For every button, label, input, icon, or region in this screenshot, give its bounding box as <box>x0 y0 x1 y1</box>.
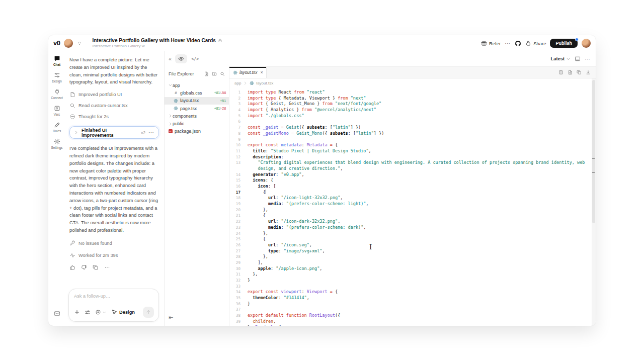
line-number: 23 <box>229 225 240 231</box>
rail-item-vars[interactable]: Vars <box>48 105 65 116</box>
tree-item-name: public <box>173 121 184 126</box>
css-file-icon: # <box>173 90 179 95</box>
browser-preview-icon[interactable] <box>575 56 581 62</box>
collapse-panel-button[interactable]: « <box>169 56 171 62</box>
assistant-message-body: I've completed the UI improvements with … <box>69 145 159 234</box>
copy-code-button[interactable] <box>577 70 582 75</box>
code-line: 36} <box>229 301 592 307</box>
scrollbar-handle[interactable] <box>592 80 595 223</box>
line-number: 9 <box>229 137 240 143</box>
line-number: 25 <box>229 236 240 242</box>
close-tab-button[interactable]: × <box>260 70 263 75</box>
model-icon <box>95 309 101 315</box>
editor-scrollbar[interactable] <box>592 78 596 326</box>
editor-caret <box>266 190 266 195</box>
workspace-switcher-icon[interactable] <box>77 41 82 46</box>
tree-folder-public[interactable]: public <box>165 120 229 127</box>
line-number: 37 <box>229 307 240 313</box>
header-more-button[interactable]: ⋯ <box>505 41 511 46</box>
task-label: Improved portfolio UI <box>78 92 122 97</box>
tree-file-package-json[interactable]: npackage.json <box>165 128 229 135</box>
breadcrumb-folder[interactable]: app <box>234 81 241 85</box>
line-number: 10 <box>229 142 240 148</box>
search-files-button[interactable] <box>220 71 225 76</box>
code-line: 20 }, <box>229 207 592 213</box>
finished-card-menu-button[interactable]: ⋯ <box>148 130 154 135</box>
preview-toggle-button[interactable] <box>175 54 187 63</box>
code-line: 6 <box>229 119 592 125</box>
line-number: 8 <box>229 131 240 137</box>
rail-item-label: Vars <box>54 113 60 116</box>
breadcrumb-file[interactable]: layout.tsx <box>256 81 273 85</box>
code-text: media: "(prefers-color-scheme: dark)", <box>248 225 366 231</box>
download-button[interactable] <box>586 70 591 75</box>
task-row[interactable]: Improved portfolio UI <box>69 89 159 100</box>
version-selector[interactable]: Latest <box>551 56 571 61</box>
publish-button[interactable]: Publish <box>550 39 578 48</box>
chat-panel: Now I have a complete picture. Let me cr… <box>65 51 164 326</box>
tree-file-page-tsx[interactable]: page.tsx+81/-28 <box>165 105 229 112</box>
send-button[interactable] <box>143 307 154 318</box>
attach-button[interactable] <box>74 309 80 315</box>
tree-folder-components[interactable]: components <box>165 112 229 120</box>
user-avatar[interactable] <box>582 39 591 48</box>
tree-file-layout-tsx[interactable]: layout.tsx+51 <box>165 97 229 105</box>
tree-folder-app[interactable]: app <box>165 81 229 89</box>
code-line: 37 <box>229 307 592 313</box>
design-mode-button[interactable]: Design <box>111 309 135 315</box>
line-number: 22 <box>229 219 240 225</box>
tree-item-name: layout.tsx <box>180 98 199 103</box>
split-view-button[interactable] <box>558 70 564 75</box>
tree-file-globals-css[interactable]: #globals.css+81/-58 <box>165 89 229 97</box>
code-line: 25 { <box>229 236 592 242</box>
thumbs-down-icon[interactable] <box>81 264 87 270</box>
react-icon <box>174 106 178 111</box>
share-button[interactable]: Share <box>525 40 546 46</box>
workspace-avatar[interactable] <box>64 39 73 48</box>
follow-up-composer[interactable]: Ask a follow-up… Design <box>68 289 159 322</box>
copy-icon[interactable] <box>93 264 99 270</box>
ellipsis-icon[interactable] <box>104 264 110 270</box>
code-text: title: "Studio Pixel | Digital Design St… <box>248 148 371 154</box>
code-text: }: Readonly<{ <box>248 325 281 326</box>
chevron-right-icon <box>168 114 173 118</box>
model-selector[interactable] <box>95 309 107 315</box>
file-explorer-title: File Explorer <box>169 71 194 76</box>
rail-item-chat[interactable]: Chat <box>48 55 65 66</box>
line-number: 21 <box>229 213 240 219</box>
chevron-right-icon <box>168 122 173 126</box>
search-icon <box>69 103 75 109</box>
code-line: 29 ], <box>229 260 592 266</box>
rail-item-settings[interactable]: Settings <box>48 138 65 149</box>
v0-logo[interactable]: v0 <box>53 39 60 47</box>
new-file-button[interactable] <box>204 71 209 76</box>
code-text: }, <box>248 254 268 260</box>
preview-panel: « </> Latest ⋯ File Explorer <box>164 51 596 326</box>
preview-more-button[interactable]: ⋯ <box>585 56 591 62</box>
new-folder-button[interactable] <box>212 71 217 76</box>
tab-layout-tsx[interactable]: layout.tsx × <box>229 67 267 78</box>
file-explorer: File Explorer app#globals.css+81/-58layo… <box>165 66 229 326</box>
code-line: 4import { Analytics } from "@vercel/anal… <box>229 107 592 113</box>
composer-settings-button[interactable] <box>85 309 91 315</box>
file-lock-button[interactable] <box>568 70 573 75</box>
collapse-explorer-button[interactable]: ⇤ <box>169 314 173 321</box>
code-area[interactable]: 1import type React from "react"2import t… <box>229 87 592 326</box>
rail-item-rules[interactable]: Rules <box>48 122 65 133</box>
code-text: design, and creative direction.", <box>248 166 343 172</box>
code-view-button[interactable]: </> <box>191 56 199 61</box>
task-row[interactable]: Thought for 2s <box>69 111 159 122</box>
refer-button[interactable]: Refer <box>481 40 501 46</box>
code-line: 14 generator: "v0.app", <box>229 172 592 178</box>
finished-ui-improvements-card[interactable]: Finished UI improvements v2 ⋯ <box>69 126 159 139</box>
composer-input[interactable]: Ask a follow-up… <box>74 294 154 299</box>
task-row[interactable]: Read custom-cursor.tsx <box>69 100 159 111</box>
rail-item-design[interactable]: Design <box>48 72 65 83</box>
tree-item-name: package.json <box>175 129 201 134</box>
rail-item-label: Rules <box>53 129 61 133</box>
thumbs-up-icon[interactable] <box>69 264 75 270</box>
feedback-inbox-button[interactable] <box>54 310 60 319</box>
activity-icon <box>69 252 75 258</box>
rail-item-connect[interactable]: Connect <box>48 88 65 100</box>
github-icon[interactable] <box>515 40 521 47</box>
